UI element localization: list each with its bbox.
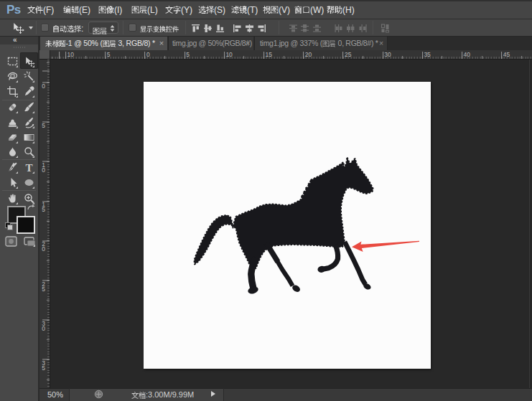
svg-text:T: T xyxy=(25,162,32,174)
